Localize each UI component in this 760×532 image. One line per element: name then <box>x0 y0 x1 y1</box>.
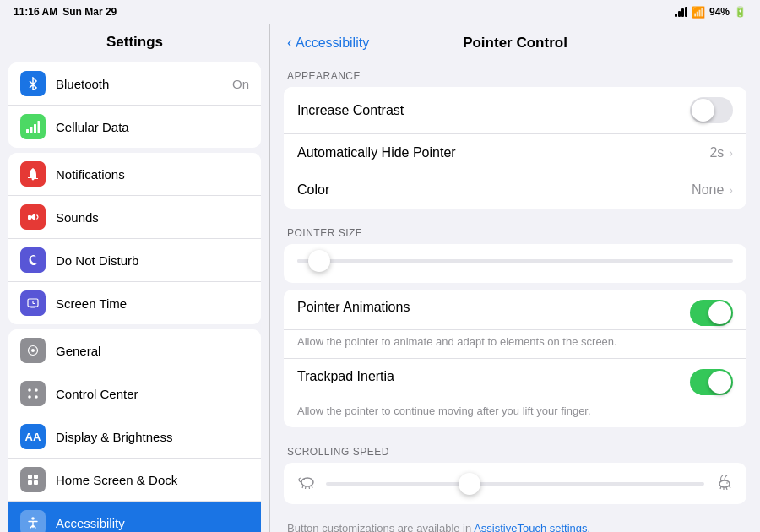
svg-point-12 <box>35 388 38 392</box>
status-bar: 11:16 AM Sun Mar 29 📶 94% 🔋 <box>0 0 760 24</box>
inertia-row: Trackpad Inertia <box>284 358 746 399</box>
wifi-icon: 📶 <box>692 6 705 19</box>
signal-icon <box>675 7 687 17</box>
detail-header: ‹ Accessibility Pointer Control <box>270 24 760 58</box>
sidebar-title: Settings <box>0 24 269 57</box>
homescreen-label: Home Screen & Dock <box>56 473 249 487</box>
svg-line-30 <box>302 486 303 488</box>
dnd-label: Do Not Disturb <box>56 253 249 268</box>
detail-panel: ‹ Accessibility Pointer Control APPEARAN… <box>270 24 760 532</box>
color-chevron: › <box>729 183 733 197</box>
sounds-icon <box>20 204 46 230</box>
status-time: 11:16 AM <box>14 6 57 18</box>
inertia-toggle[interactable] <box>690 369 733 395</box>
hide-pointer-value: 2s <box>709 145 724 160</box>
svg-line-39 <box>729 486 730 488</box>
svg-point-19 <box>31 517 35 520</box>
sidebar-item-dnd[interactable]: Do Not Disturb <box>8 239 261 282</box>
svg-point-13 <box>28 395 31 399</box>
svg-line-31 <box>306 486 307 489</box>
animations-group: Pointer Animations Allow the pointer to … <box>284 290 746 427</box>
sidebar-section-3: General Control Center AA Display & Brig… <box>8 329 261 532</box>
status-bar-left: 11:16 AM Sun Mar 29 <box>14 6 117 18</box>
sidebar-item-general[interactable]: General <box>8 329 261 372</box>
color-value: None <box>692 182 724 198</box>
svg-rect-15 <box>28 475 32 479</box>
animations-desc: Allow the pointer to animate and adapt t… <box>284 330 746 358</box>
color-label: Color <box>297 182 692 198</box>
svg-point-35 <box>726 482 728 484</box>
back-chevron-icon: ‹ <box>287 34 292 52</box>
svg-rect-16 <box>34 475 38 479</box>
homescreen-icon <box>20 467 46 492</box>
bluetooth-label: Bluetooth <box>56 77 232 91</box>
contrast-label: Increase Contrast <box>297 103 690 118</box>
sidebar: Settings Bluetooth On <box>0 24 270 532</box>
svg-line-32 <box>309 486 310 489</box>
footer-note: Button customizations are available in A… <box>284 511 746 532</box>
bluetooth-value: On <box>232 77 249 91</box>
back-label: Accessibility <box>296 35 369 51</box>
hide-pointer-chevron: › <box>729 146 733 160</box>
general-icon <box>20 338 46 363</box>
pointer-size-header: POINTER SIZE <box>284 215 746 244</box>
appearance-header: APPEARANCE <box>284 58 746 87</box>
contrast-toggle[interactable] <box>690 97 733 123</box>
svg-point-34 <box>719 480 730 487</box>
sidebar-item-cellular[interactable]: Cellular Data <box>8 106 261 148</box>
svg-line-36 <box>720 486 721 489</box>
svg-rect-17 <box>28 480 32 485</box>
animations-toggle-thumb <box>708 301 731 324</box>
svg-rect-6 <box>30 307 35 308</box>
detail-content: APPEARANCE Increase Contrast Automatical… <box>270 58 760 532</box>
svg-rect-2 <box>34 124 36 133</box>
svg-point-11 <box>28 388 31 392</box>
scrolling-slider-section <box>284 463 746 504</box>
animations-row: Pointer Animations <box>284 290 746 330</box>
back-button[interactable]: ‹ Accessibility <box>287 34 369 52</box>
svg-line-38 <box>726 487 727 490</box>
sidebar-item-bluetooth[interactable]: Bluetooth On <box>8 62 261 106</box>
animations-toggle[interactable] <box>690 300 733 326</box>
hide-pointer-row[interactable]: Automatically Hide Pointer 2s › <box>284 134 746 171</box>
svg-line-33 <box>312 486 312 488</box>
color-row[interactable]: Color None › <box>284 171 746 209</box>
svg-rect-4 <box>28 215 31 220</box>
accessibility-icon <box>20 510 46 532</box>
sidebar-item-notifications[interactable]: Notifications <box>8 153 261 196</box>
contrast-row: Increase Contrast <box>284 87 746 134</box>
status-date: Sun Mar 29 <box>62 6 117 18</box>
appearance-group: Increase Contrast Automatically Hide Poi… <box>284 87 746 209</box>
display-label: Display & Brightness <box>56 430 249 444</box>
general-label: General <box>56 344 249 358</box>
svg-point-28 <box>301 478 313 486</box>
pointer-size-thumb[interactable] <box>308 250 330 272</box>
display-icon: AA <box>20 424 46 449</box>
sidebar-item-sounds[interactable]: Sounds <box>8 196 261 239</box>
sidebar-item-accessibility[interactable]: Accessibility <box>8 502 261 532</box>
screentime-label: Screen Time <box>56 296 249 311</box>
svg-point-29 <box>303 479 305 480</box>
assistivetouch-link[interactable]: AssistiveTouch settings. <box>474 522 590 532</box>
sidebar-section-1: Bluetooth On Cellular Data <box>8 62 261 148</box>
sidebar-item-control[interactable]: Control Center <box>8 372 261 415</box>
cellular-icon <box>20 114 46 139</box>
scrolling-track[interactable] <box>326 482 704 486</box>
scrolling-slider-row <box>297 473 733 494</box>
accessibility-label: Accessibility <box>56 516 249 530</box>
sidebar-item-screentime[interactable]: Screen Time <box>8 282 261 324</box>
svg-rect-3 <box>38 121 41 133</box>
svg-rect-18 <box>34 480 38 485</box>
scrolling-thumb[interactable] <box>459 473 480 495</box>
svg-rect-0 <box>26 129 29 133</box>
battery-icon: 🔋 <box>734 6 746 18</box>
pointer-size-slider-container <box>284 244 746 283</box>
sidebar-item-display[interactable]: AA Display & Brightness <box>8 415 261 459</box>
sidebar-item-homescreen[interactable]: Home Screen & Dock <box>8 459 261 502</box>
notifications-label: Notifications <box>56 167 249 182</box>
pointer-size-track[interactable] <box>297 259 733 263</box>
svg-point-14 <box>35 395 38 399</box>
scrolling-header: SCROLLING SPEED <box>284 434 746 463</box>
footer-note-text: Button customizations are available in <box>287 522 474 532</box>
cellular-label: Cellular Data <box>56 120 249 134</box>
